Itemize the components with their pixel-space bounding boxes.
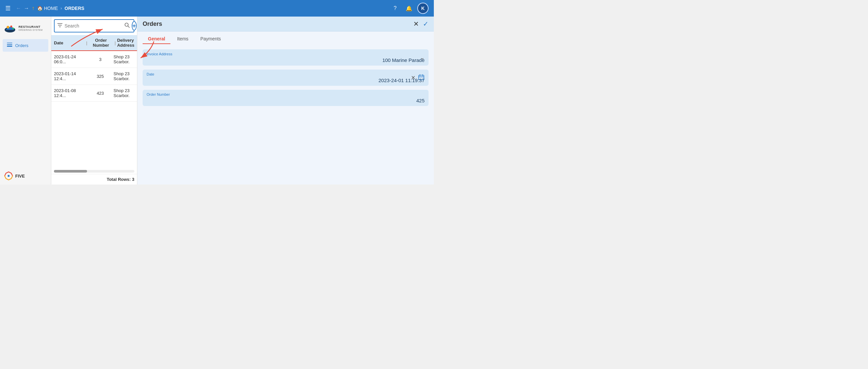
horizontal-scrollbar-thumb[interactable] [54, 170, 87, 173]
orders-breadcrumb: ORDERS [65, 6, 84, 11]
close-button[interactable]: ✕ [413, 20, 419, 28]
cell-date-3: 2023-01-08 12:4... [54, 88, 87, 98]
logo-text: RESTAURANT ORDERING SYSTEM [19, 26, 43, 31]
order-number-label: Order Number [147, 92, 425, 96]
tab-items[interactable]: Items [172, 34, 194, 44]
svg-rect-6 [7, 46, 12, 47]
invoice-address-field[interactable]: Invoice Address 100 Marine Parade ⌄ [143, 49, 429, 65]
user-avatar[interactable]: K [417, 3, 429, 14]
search-input[interactable] [65, 23, 122, 28]
svg-rect-11 [418, 75, 424, 80]
order-number-value: 425 [147, 98, 425, 103]
cell-delivery-3: Shop 23 Scarbor. [114, 88, 134, 98]
form-body: Invoice Address 100 Marine Parade ⌄ Date… [137, 44, 434, 111]
confirm-button[interactable]: ✓ [423, 20, 429, 28]
add-button[interactable]: + [132, 21, 137, 30]
cell-order-3: 423 [87, 91, 114, 96]
top-nav: ☰ ← → ↑ 🏠 HOME › ORDERS ? 🔔 K [0, 0, 434, 17]
invoice-address-value: 100 Marine Parade [147, 57, 425, 63]
tab-general[interactable]: General [143, 34, 170, 44]
cell-delivery-1: Shop 23 Scarbor. [114, 54, 134, 64]
svg-point-1 [7, 26, 9, 28]
sidebar: RESTAURANT ORDERING SYSTEM Orders [0, 17, 51, 184]
svg-rect-4 [7, 42, 12, 44]
table-footer: Total Rows: 3 [51, 174, 137, 184]
cell-order-2: 325 [87, 74, 114, 79]
table-row[interactable]: 2023-01-08 12:4... 423 Shop 23 Scarbor. [51, 85, 137, 102]
svg-line-10 [128, 26, 130, 28]
col-header-order: Order Number [89, 38, 114, 48]
date-field[interactable]: Date 2023-24-01 11:19:37 ✕ [143, 69, 429, 86]
center-panel: + Date | Order Number | Delivery Address… [51, 17, 137, 184]
bell-icon[interactable]: 🔔 [403, 3, 415, 14]
tab-payments[interactable]: Payments [195, 34, 226, 44]
svg-point-2 [10, 26, 12, 28]
main-layout: RESTAURANT ORDERING SYSTEM Orders [0, 17, 434, 184]
col-separator-2: | [115, 40, 116, 46]
date-field-actions: ✕ [411, 74, 425, 82]
invoice-address-label: Invoice Address [147, 52, 425, 56]
col-header-delivery: Delivery Address [117, 38, 134, 48]
up-arrow-icon[interactable]: ↑ [32, 5, 34, 11]
home-label: HOME [44, 6, 58, 11]
table-row[interactable]: 2023-01-14 12:4... 325 Shop 23 Scarbor. [51, 68, 137, 85]
horizontal-scrollbar-track[interactable] [54, 170, 134, 173]
sidebar-item-orders[interactable]: Orders [3, 39, 48, 52]
cell-date-2: 2023-01-14 12:4... [54, 71, 87, 81]
home-icon: 🏠 [37, 6, 43, 11]
tabs-row: General Items Payments [137, 31, 434, 44]
hamburger-icon[interactable]: ☰ [5, 5, 10, 12]
five-logo-icon [4, 171, 13, 180]
five-label: FIVE [15, 174, 25, 178]
sidebar-bottom: FIVE [0, 167, 51, 184]
clear-date-icon[interactable]: ✕ [411, 75, 415, 81]
logo-icon [4, 23, 16, 34]
help-icon[interactable]: ? [390, 3, 401, 14]
home-link[interactable]: 🏠 HOME [37, 6, 58, 11]
total-rows-label: Total Rows: 3 [106, 177, 134, 182]
sidebar-item-label-orders: Orders [15, 43, 28, 48]
col-header-date: Date [54, 40, 85, 46]
order-number-field[interactable]: Order Number 425 [143, 90, 429, 106]
date-value: 2023-24-01 11:19:37 [147, 78, 425, 83]
breadcrumb-chevron: › [61, 6, 62, 10]
brand-logo: RESTAURANT ORDERING SYSTEM [0, 20, 51, 38]
cell-order-1: 3 [87, 57, 114, 62]
dropdown-arrow-icon[interactable]: ⌄ [421, 55, 425, 60]
back-arrow-icon[interactable]: ← [16, 5, 21, 11]
svg-rect-5 [7, 44, 12, 45]
cell-date-1: 2023-01-24 06:0... [54, 54, 87, 64]
logo-subtitle: ORDERING SYSTEM [19, 29, 43, 31]
svg-point-3 [12, 28, 14, 29]
table-header: Date | Order Number | Delivery Address [51, 35, 137, 51]
logo-title: RESTAURANT [19, 26, 43, 29]
table-row[interactable]: 2023-01-24 06:0... 3 Shop 23 Scarbor. [51, 51, 137, 68]
right-panel-header: Orders ✕ ✓ [137, 17, 434, 31]
right-panel: Orders ✕ ✓ General Items Payments Invoic… [137, 17, 434, 184]
cell-delivery-2: Shop 23 Scarbor. [114, 71, 134, 81]
svg-point-8 [8, 175, 9, 177]
search-bar: + [54, 19, 134, 32]
calendar-icon[interactable] [418, 74, 425, 82]
date-label: Date [147, 72, 425, 76]
layers-icon [7, 42, 12, 49]
col-separator-1: | [86, 40, 87, 46]
filter-icon[interactable] [57, 23, 63, 29]
right-panel-title: Orders [143, 21, 413, 28]
five-logo: FIVE [4, 171, 47, 180]
search-icon[interactable] [124, 23, 130, 29]
forward-arrow-icon[interactable]: → [24, 5, 29, 11]
